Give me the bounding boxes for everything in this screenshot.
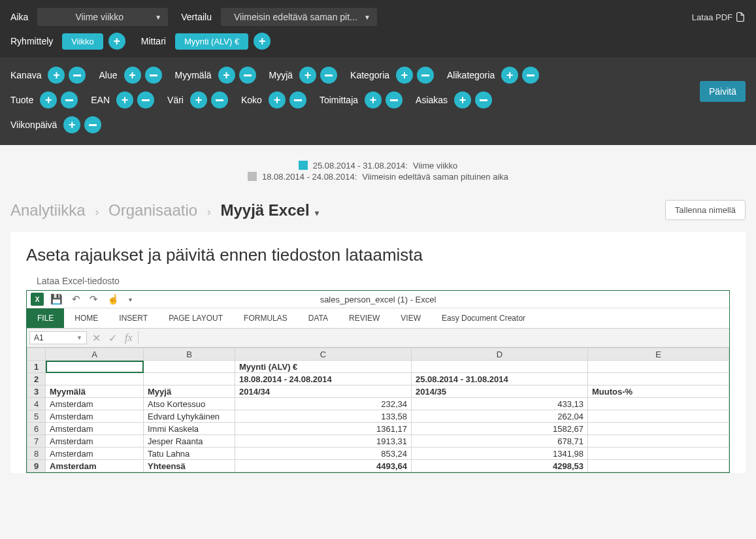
chevron-down-icon: ▼ [364, 14, 370, 21]
myymala-remove[interactable] [239, 67, 256, 84]
tab-review[interactable]: REVIEW [338, 308, 390, 328]
table-row[interactable]: 5 Amsterdam Edvard Lyhykäinen 133,58 262… [27, 410, 729, 423]
myymala-add[interactable] [218, 67, 235, 84]
filter-myymala: Myymälä [175, 70, 212, 80]
table-row[interactable]: 1 Myynti (ALV) € [27, 361, 729, 373]
aika-dropdown[interactable]: Viime viikko ▼ [37, 8, 168, 26]
config-panel: Lataa PDF Aika Viime viikko ▼ Vertailu V… [0, 0, 756, 57]
crumb-analytiikka[interactable]: Analytiikka [10, 201, 86, 219]
alikategoria-remove[interactable] [522, 67, 539, 84]
vari-add[interactable] [190, 91, 207, 108]
excel-window: X 💾 ↶ ↷ ☝ ▾ sales_person_excel (1) - Exc… [26, 290, 730, 473]
koko-remove[interactable] [289, 91, 306, 108]
refresh-button[interactable]: Päivitä [700, 81, 746, 102]
add-metric-button[interactable] [254, 33, 271, 50]
filter-kategoria: Kategoria [350, 70, 389, 80]
myyja-remove[interactable] [320, 67, 337, 84]
tuote-add[interactable] [40, 91, 57, 108]
ean-add[interactable] [116, 91, 133, 108]
table-row[interactable]: 3 Myymälä Myyjä 2014/34 2014/35 Muutos-% [27, 385, 729, 398]
aika-label: Aika [10, 12, 28, 22]
download-pdf-link[interactable]: Lataa PDF [692, 12, 746, 22]
tab-edc[interactable]: Easy Document Creator [431, 308, 536, 328]
tab-formulas[interactable]: FORMULAS [233, 308, 298, 328]
myyja-add[interactable] [299, 67, 316, 84]
chevron-down-icon: ▾ [315, 208, 319, 218]
koko-add[interactable] [269, 91, 286, 108]
tab-file[interactable]: FILE [27, 308, 64, 328]
legend: 25.08.2014 - 31.08.2014: Viime viikko 18… [0, 145, 756, 193]
breadcrumb: Analytiikka › Organisaatio › Myyjä Excel… [10, 201, 319, 220]
mittari-pill[interactable]: Myynti (ALV) € [175, 33, 248, 50]
table-row[interactable]: 8 Amsterdam Tatu Lahna 853,24 1341,98 [27, 448, 729, 460]
alue-add[interactable] [124, 67, 141, 84]
fx-icon[interactable]: fx [125, 332, 133, 344]
viikonpaiva-add[interactable] [63, 116, 80, 133]
chevron-down-icon: ▼ [155, 14, 161, 21]
toimittaja-remove[interactable] [386, 91, 403, 108]
filter-myyja: Myyjä [269, 70, 293, 80]
qat-more-icon[interactable]: ▾ [129, 296, 132, 303]
filter-panel: Kanava Alue Myymälä Myyjä Kategoria Alik… [0, 57, 756, 145]
vertailu-dropdown[interactable]: Viimeisin edeltävä saman pit... ▼ [221, 8, 377, 26]
table-row[interactable]: 2 18.08.2014 - 24.08.2014 25.08.2014 - 3… [27, 373, 729, 385]
save-icon[interactable]: 💾 [50, 293, 63, 305]
tuote-remove[interactable] [61, 91, 78, 108]
formula-input[interactable] [138, 331, 727, 344]
filter-asiakas: Asiakas [416, 95, 448, 105]
tab-home[interactable]: HOME [64, 308, 108, 328]
ryhmittely-pill[interactable]: Viikko [62, 33, 103, 50]
panel-title: Aseta rajaukset ja päivitä ennen tiedost… [26, 245, 730, 265]
mittari-label: Mittari [141, 36, 166, 46]
vertailu-label: Vertailu [181, 12, 212, 22]
ribbon-tabs: FILE HOME INSERT PAGE LAYOUT FORMULAS DA… [27, 308, 729, 329]
alikategoria-add[interactable] [501, 67, 518, 84]
alue-remove[interactable] [145, 67, 162, 84]
viikonpaiva-remove[interactable] [84, 116, 101, 133]
filter-koko: Koko [241, 95, 262, 105]
ryhmittely-label: Ryhmittely [10, 36, 53, 46]
cancel-icon[interactable]: ✕ [92, 332, 101, 344]
table-row[interactable]: 4 Amsterdam Atso Kortessuo 232,34 433,13 [27, 398, 729, 410]
asiakas-remove[interactable] [475, 91, 492, 108]
crumb-organisaatio[interactable]: Organisaatio [108, 201, 197, 219]
filter-kanava: Kanava [10, 70, 41, 80]
excel-icon: X [31, 293, 44, 306]
legend-swatch-blue [299, 161, 308, 170]
undo-icon[interactable]: ↶ [72, 293, 80, 305]
kategoria-remove[interactable] [417, 67, 434, 84]
redo-icon[interactable]: ↷ [90, 293, 98, 305]
excel-title: sales_person_excel (1) - Excel [320, 295, 436, 304]
toimittaja-add[interactable] [365, 91, 382, 108]
tab-pagelayout[interactable]: PAGE LAYOUT [158, 308, 233, 328]
filter-viikonpaiva: Viikonpäivä [10, 120, 57, 130]
enter-icon[interactable]: ✓ [108, 332, 117, 344]
spreadsheet-grid[interactable]: A B C D E 1 Myynti (ALV) € 2 18.08.2014 … [27, 348, 729, 472]
table-row[interactable]: 7 Amsterdam Jesper Raanta 1913,31 678,71 [27, 435, 729, 448]
filter-alikategoria: Alikategoria [447, 70, 495, 80]
kanava-add[interactable] [48, 67, 65, 84]
kanava-remove[interactable] [69, 67, 86, 84]
crumb-current[interactable]: Myyjä Excel ▾ [220, 201, 319, 219]
table-row[interactable]: 9 Amsterdam Yhteensä 4493,64 4298,53 [27, 460, 729, 472]
table-row[interactable]: 6 Amsterdam Immi Kaskela 1361,17 1582,67 [27, 423, 729, 435]
name-box[interactable]: A1▼ [29, 331, 87, 344]
ean-remove[interactable] [137, 91, 154, 108]
content-panel: Aseta rajaukset ja päivitä ennen tiedost… [10, 232, 746, 473]
tab-data[interactable]: DATA [298, 308, 338, 328]
save-as-button[interactable]: Tallenna nimellä [665, 200, 746, 220]
tab-insert[interactable]: INSERT [108, 308, 158, 328]
download-excel-link[interactable]: Lataa Excel-tiedosto [37, 276, 730, 286]
tab-view[interactable]: VIEW [390, 308, 431, 328]
asiakas-add[interactable] [454, 91, 471, 108]
legend-swatch-gray [248, 172, 257, 181]
add-grouping-button[interactable] [108, 33, 125, 50]
filter-vari: Väri [167, 95, 184, 105]
filter-alue: Alue [99, 70, 117, 80]
touch-icon[interactable]: ☝ [107, 293, 120, 305]
vari-remove[interactable] [211, 91, 228, 108]
pdf-label: Lataa PDF [692, 12, 732, 22]
filter-tuote: Tuote [10, 95, 33, 105]
kategoria-add[interactable] [396, 67, 413, 84]
pdf-icon [735, 12, 746, 22]
